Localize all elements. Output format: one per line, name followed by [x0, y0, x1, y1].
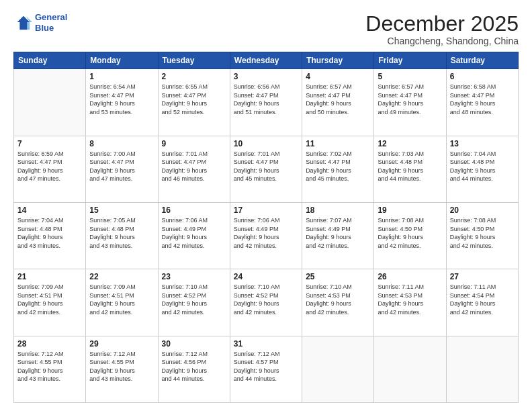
cell-2-2: 16 Sunrise: 7:06 AM Sunset: 4:49 PM Dayl… — [158, 202, 230, 269]
cell-0-5: 5 Sunrise: 6:57 AM Sunset: 4:47 PM Dayli… — [374, 69, 446, 136]
cell-0-0 — [14, 69, 86, 136]
cell-2-3: 17 Sunrise: 7:06 AM Sunset: 4:49 PM Dayl… — [230, 202, 302, 269]
day-info: Sunrise: 7:12 AM Sunset: 4:56 PM Dayligh… — [162, 350, 226, 383]
location: Changcheng, Shandong, China — [365, 36, 519, 46]
day-number: 7 — [17, 139, 82, 148]
day-info: Sunrise: 7:12 AM Sunset: 4:55 PM Dayligh… — [17, 350, 82, 383]
day-number: 24 — [234, 272, 298, 281]
cell-4-2: 30 Sunrise: 7:12 AM Sunset: 4:56 PM Dayl… — [158, 336, 230, 402]
cell-2-4: 18 Sunrise: 7:07 AM Sunset: 4:49 PM Dayl… — [302, 202, 374, 269]
day-number: 29 — [89, 339, 154, 349]
col-tuesday: Tuesday — [158, 52, 230, 69]
day-info: Sunrise: 7:10 AM Sunset: 4:53 PM Dayligh… — [306, 283, 370, 316]
calendar-table: Sunday Monday Tuesday Wednesday Thursday… — [13, 52, 519, 403]
day-number: 19 — [378, 205, 442, 215]
day-info: Sunrise: 7:11 AM Sunset: 4:53 PM Dayligh… — [378, 283, 442, 316]
day-number: 27 — [450, 272, 515, 281]
cell-0-3: 3 Sunrise: 6:56 AM Sunset: 4:47 PM Dayli… — [230, 69, 302, 136]
day-info: Sunrise: 7:06 AM Sunset: 4:49 PM Dayligh… — [162, 216, 226, 250]
cell-3-1: 22 Sunrise: 7:09 AM Sunset: 4:51 PM Dayl… — [86, 269, 158, 336]
day-number: 31 — [234, 339, 298, 349]
week-row-4: 21 Sunrise: 7:09 AM Sunset: 4:51 PM Dayl… — [14, 269, 519, 336]
cell-1-2: 9 Sunrise: 7:01 AM Sunset: 4:47 PM Dayli… — [158, 136, 230, 202]
day-number: 13 — [450, 139, 515, 148]
day-info: Sunrise: 7:02 AM Sunset: 4:47 PM Dayligh… — [306, 150, 370, 183]
day-info: Sunrise: 7:05 AM Sunset: 4:48 PM Dayligh… — [89, 216, 154, 250]
day-info: Sunrise: 7:09 AM Sunset: 4:51 PM Dayligh… — [89, 283, 154, 316]
day-number: 8 — [89, 139, 154, 148]
col-friday: Friday — [374, 52, 446, 69]
day-info: Sunrise: 7:10 AM Sunset: 4:52 PM Dayligh… — [234, 283, 298, 316]
day-number: 23 — [162, 272, 226, 281]
day-info: Sunrise: 6:58 AM Sunset: 4:47 PM Dayligh… — [450, 83, 515, 116]
week-row-5: 28 Sunrise: 7:12 AM Sunset: 4:55 PM Dayl… — [14, 336, 519, 402]
day-number: 26 — [378, 272, 442, 281]
day-number: 14 — [17, 205, 82, 215]
day-info: Sunrise: 6:59 AM Sunset: 4:47 PM Dayligh… — [17, 150, 82, 183]
day-number: 9 — [162, 139, 226, 148]
cell-0-1: 1 Sunrise: 6:54 AM Sunset: 4:47 PM Dayli… — [86, 69, 158, 136]
day-info: Sunrise: 7:07 AM Sunset: 4:49 PM Dayligh… — [306, 216, 370, 250]
cell-0-2: 2 Sunrise: 6:55 AM Sunset: 4:47 PM Dayli… — [158, 69, 230, 136]
col-thursday: Thursday — [302, 52, 374, 69]
day-info: Sunrise: 7:12 AM Sunset: 4:57 PM Dayligh… — [234, 350, 298, 383]
day-number: 17 — [234, 205, 298, 215]
logo-icon — [13, 13, 32, 32]
cell-4-6 — [446, 336, 518, 402]
day-info: Sunrise: 6:57 AM Sunset: 4:47 PM Dayligh… — [306, 83, 370, 116]
cell-1-6: 13 Sunrise: 7:04 AM Sunset: 4:48 PM Dayl… — [446, 136, 518, 202]
day-number: 5 — [378, 72, 442, 81]
cell-1-4: 11 Sunrise: 7:02 AM Sunset: 4:47 PM Dayl… — [302, 136, 374, 202]
day-info: Sunrise: 7:08 AM Sunset: 4:50 PM Dayligh… — [450, 216, 515, 250]
page: General Blue December 2025 Changcheng, S… — [0, 0, 532, 411]
cell-4-1: 29 Sunrise: 7:12 AM Sunset: 4:55 PM Dayl… — [86, 336, 158, 402]
title-block: December 2025 Changcheng, Shandong, Chin… — [365, 12, 519, 46]
day-info: Sunrise: 6:56 AM Sunset: 4:47 PM Dayligh… — [234, 83, 298, 116]
day-number: 11 — [306, 139, 370, 148]
day-number: 18 — [306, 205, 370, 215]
cell-2-1: 15 Sunrise: 7:05 AM Sunset: 4:48 PM Dayl… — [86, 202, 158, 269]
day-number: 16 — [162, 205, 226, 215]
day-number: 28 — [17, 339, 82, 349]
day-number: 4 — [306, 72, 370, 81]
cell-0-6: 6 Sunrise: 6:58 AM Sunset: 4:47 PM Dayli… — [446, 69, 518, 136]
day-number: 1 — [89, 72, 154, 81]
day-info: Sunrise: 7:01 AM Sunset: 4:47 PM Dayligh… — [234, 150, 298, 183]
week-row-1: 1 Sunrise: 6:54 AM Sunset: 4:47 PM Dayli… — [14, 69, 519, 136]
cell-3-2: 23 Sunrise: 7:10 AM Sunset: 4:52 PM Dayl… — [158, 269, 230, 336]
day-number: 21 — [17, 272, 82, 281]
cell-1-1: 8 Sunrise: 7:00 AM Sunset: 4:47 PM Dayli… — [86, 136, 158, 202]
day-number: 22 — [89, 272, 154, 281]
col-sunday: Sunday — [14, 52, 86, 69]
cell-2-5: 19 Sunrise: 7:08 AM Sunset: 4:50 PM Dayl… — [374, 202, 446, 269]
day-number: 10 — [234, 139, 298, 148]
col-saturday: Saturday — [446, 52, 518, 69]
day-info: Sunrise: 7:08 AM Sunset: 4:50 PM Dayligh… — [378, 216, 442, 250]
day-info: Sunrise: 7:04 AM Sunset: 4:48 PM Dayligh… — [17, 216, 82, 250]
col-wednesday: Wednesday — [230, 52, 302, 69]
day-info: Sunrise: 7:11 AM Sunset: 4:54 PM Dayligh… — [450, 283, 515, 316]
cell-2-6: 20 Sunrise: 7:08 AM Sunset: 4:50 PM Dayl… — [446, 202, 518, 269]
week-row-2: 7 Sunrise: 6:59 AM Sunset: 4:47 PM Dayli… — [14, 136, 519, 202]
cell-4-4 — [302, 336, 374, 402]
day-info: Sunrise: 7:01 AM Sunset: 4:47 PM Dayligh… — [162, 150, 226, 183]
day-number: 2 — [162, 72, 226, 81]
day-number: 6 — [450, 72, 515, 81]
day-number: 25 — [306, 272, 370, 281]
cell-4-3: 31 Sunrise: 7:12 AM Sunset: 4:57 PM Dayl… — [230, 336, 302, 402]
day-number: 15 — [89, 205, 154, 215]
day-number: 3 — [234, 72, 298, 81]
cell-3-0: 21 Sunrise: 7:09 AM Sunset: 4:51 PM Dayl… — [14, 269, 86, 336]
month-title: December 2025 — [365, 12, 519, 36]
day-info: Sunrise: 7:10 AM Sunset: 4:52 PM Dayligh… — [162, 283, 226, 316]
week-row-3: 14 Sunrise: 7:04 AM Sunset: 4:48 PM Dayl… — [14, 202, 519, 269]
day-info: Sunrise: 7:00 AM Sunset: 4:47 PM Dayligh… — [89, 150, 154, 183]
cell-3-5: 26 Sunrise: 7:11 AM Sunset: 4:53 PM Dayl… — [374, 269, 446, 336]
day-info: Sunrise: 7:06 AM Sunset: 4:49 PM Dayligh… — [234, 216, 298, 250]
cell-0-4: 4 Sunrise: 6:57 AM Sunset: 4:47 PM Dayli… — [302, 69, 374, 136]
day-info: Sunrise: 6:54 AM Sunset: 4:47 PM Dayligh… — [89, 83, 154, 116]
calendar-header-row: Sunday Monday Tuesday Wednesday Thursday… — [14, 52, 519, 69]
col-monday: Monday — [86, 52, 158, 69]
day-info: Sunrise: 7:04 AM Sunset: 4:48 PM Dayligh… — [450, 150, 515, 183]
logo-text: General Blue — [35, 12, 67, 33]
